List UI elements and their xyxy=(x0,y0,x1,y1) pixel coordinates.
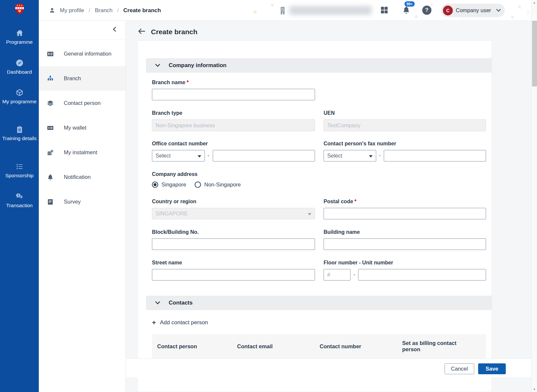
profile-subnav: General information Branch Contact perso… xyxy=(39,21,126,392)
column-header-contact-number: Contact number xyxy=(320,334,399,358)
help-icon[interactable]: ? xyxy=(422,6,431,15)
compass-icon xyxy=(0,59,39,68)
office-contact-number-input[interactable] xyxy=(213,150,315,161)
sidebar-item-training-details[interactable]: Training details xyxy=(0,125,39,142)
radio-singapore[interactable] xyxy=(152,182,158,188)
floor-number-input[interactable] xyxy=(324,269,351,281)
create-branch-form-card: Company information Branch name* Branch … xyxy=(137,40,492,392)
column-header-contact-person: Contact person xyxy=(157,334,233,358)
sidebar-item-programme[interactable]: Programme xyxy=(0,29,39,45)
radio-label: Singapore xyxy=(161,182,186,188)
scrollbar-down-arrow[interactable]: ▼ xyxy=(532,388,537,391)
doodle-heart-icon: ♥ xyxy=(511,14,514,21)
user-menu[interactable]: C Company user xyxy=(441,4,505,17)
sidebar-item-my-programme[interactable]: My programme xyxy=(0,88,39,105)
layers-icon xyxy=(47,100,54,107)
doodle-heart-icon: ♥ xyxy=(430,1,433,7)
subnav-item-branch[interactable]: Branch xyxy=(39,66,126,91)
plus-icon: + xyxy=(152,319,156,326)
unit-number-input[interactable] xyxy=(358,269,486,281)
postal-code-input[interactable] xyxy=(324,208,486,219)
id-card-icon xyxy=(47,50,54,58)
chat-dollar-icon: $ xyxy=(0,192,39,201)
caret-down-icon xyxy=(369,153,373,159)
required-marker: * xyxy=(354,199,356,204)
dash-separator: - xyxy=(379,153,380,159)
avatar: C xyxy=(443,6,453,15)
subnav-item-my-wallet[interactable]: $ My wallet xyxy=(39,115,126,140)
back-arrow-icon[interactable] xyxy=(137,28,145,36)
sidebar-item-label: Programme xyxy=(0,39,39,45)
chevron-down-icon xyxy=(155,300,160,306)
breadcrumb-my-profile[interactable]: My profile xyxy=(60,7,84,14)
select-value: Select xyxy=(327,153,342,159)
branch-name-input[interactable] xyxy=(152,89,315,100)
subnav-item-general-information[interactable]: General information xyxy=(39,41,126,66)
sidebar-item-label: Transaction xyxy=(0,202,39,209)
sidebar-item-dashboard[interactable]: Dashboard xyxy=(0,59,39,75)
scrollbar-up-arrow[interactable]: ▲ xyxy=(532,1,537,4)
block-label: Block/Building No. xyxy=(152,229,199,235)
fax-country-code-select[interactable]: Select xyxy=(324,150,376,161)
list-icon xyxy=(0,162,39,171)
notification-badge: 99+ xyxy=(404,1,415,7)
caret-down-icon xyxy=(198,153,201,159)
sidebar-item-sponsorship[interactable]: Sponsorship xyxy=(0,162,39,179)
main-content: Create branch Company information Branch… xyxy=(126,21,531,392)
select-value: SINGAPORE xyxy=(156,210,188,217)
office-contact-label: Office contact number xyxy=(152,141,208,147)
contacts-section-header[interactable]: Contacts xyxy=(146,296,492,310)
subnav-item-survey[interactable]: Survey xyxy=(39,189,126,214)
chevron-left-icon xyxy=(112,27,116,32)
org-crest-logo[interactable] xyxy=(0,3,39,16)
select-value: Select xyxy=(156,153,171,159)
subnav-item-contact-person[interactable]: Contact person xyxy=(39,91,126,115)
contacts-table-header: Contact person Contact email Contact num… xyxy=(152,334,486,358)
form-action-footer: Cancel Save xyxy=(126,358,531,377)
building-icon xyxy=(279,6,286,16)
subnav-item-label: General information xyxy=(64,51,111,57)
radio-label: Non-Singapore xyxy=(204,182,241,188)
doodle-heart-icon: ♥ xyxy=(271,2,274,9)
sidebar-item-transaction[interactable]: $ Transaction xyxy=(0,192,39,209)
scrollbar-thumb[interactable] xyxy=(532,21,537,86)
caret-down-icon xyxy=(308,210,311,217)
page-title: Create branch xyxy=(151,28,197,36)
add-contact-person-button[interactable]: + Add contact person xyxy=(152,319,208,326)
office-contact-country-code-select[interactable]: Select xyxy=(152,150,205,161)
home-icon xyxy=(0,29,39,38)
building-name-input[interactable] xyxy=(324,238,486,250)
branch-type-input xyxy=(152,119,315,131)
avatar-initial: C xyxy=(446,8,450,13)
breadcrumb-branch[interactable]: Branch xyxy=(95,7,112,14)
save-button[interactable]: Save xyxy=(478,363,506,374)
radio-non-singapore[interactable] xyxy=(195,182,201,188)
cube-icon xyxy=(0,88,39,97)
company-address-radio-group: Singapore Non-Singapore xyxy=(152,182,241,188)
cancel-button[interactable]: Cancel xyxy=(445,363,474,374)
user-icon xyxy=(49,7,55,13)
radio-option-singapore[interactable]: Singapore xyxy=(152,182,186,188)
sidebar-item-label: Training details xyxy=(0,135,39,142)
app-grid-icon[interactable] xyxy=(380,6,389,16)
company-information-section-header[interactable]: Company information xyxy=(146,58,492,73)
block-input[interactable] xyxy=(152,238,315,250)
branch-type-label: Branch type xyxy=(152,110,182,116)
user-name: Company user xyxy=(456,7,493,13)
fax-number-input[interactable] xyxy=(384,150,486,161)
street-name-input[interactable] xyxy=(152,269,315,281)
notification-bell-icon[interactable] xyxy=(402,6,411,16)
collapse-sidebar-button[interactable] xyxy=(112,27,116,33)
wallet-icon: $ xyxy=(47,124,54,132)
column-header-contact-email: Contact email xyxy=(237,334,316,358)
vertical-scrollbar[interactable]: ▲ ▼ xyxy=(531,0,537,392)
sidebar-item-label: Sponsorship xyxy=(0,172,39,179)
add-contact-label: Add contact person xyxy=(160,319,208,326)
coins-icon: $ xyxy=(47,149,54,156)
radio-option-non-singapore[interactable]: Non-Singapore xyxy=(195,182,241,188)
branch-name-label: Branch name* xyxy=(152,80,189,86)
sitemap-icon xyxy=(47,75,54,82)
subnav-item-notification[interactable]: Notification xyxy=(39,165,126,189)
subnav-item-label: Survey xyxy=(64,199,81,205)
subnav-item-my-instalment[interactable]: $ My instalment xyxy=(39,140,126,165)
